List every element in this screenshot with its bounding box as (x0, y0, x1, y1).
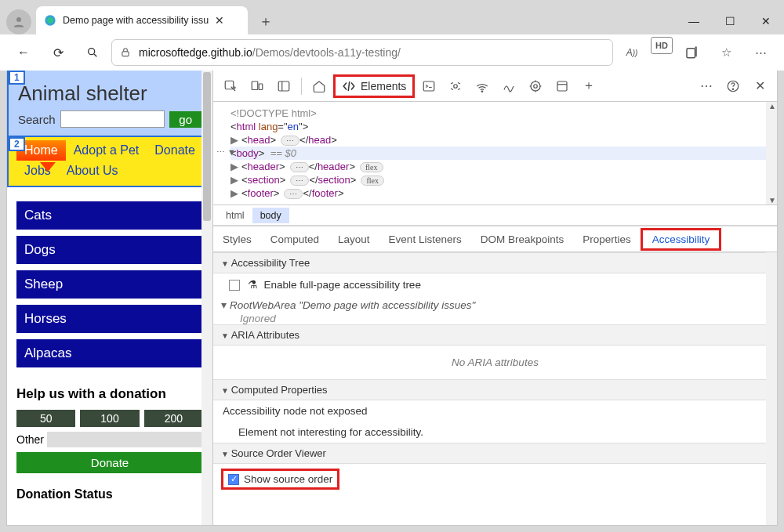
dom-html[interactable]: <html lang="en"> (230, 120, 772, 133)
not-interesting-text: Element not interesting for accessibilit… (213, 422, 777, 443)
profile-avatar[interactable] (6, 9, 31, 34)
help-icon[interactable] (720, 74, 746, 99)
tab-styles[interactable]: Styles (213, 229, 261, 250)
more-icon[interactable]: ⋯ (745, 37, 776, 68)
dom-scrollbar[interactable]: ▲▼ (766, 102, 777, 204)
donate-amount-100[interactable]: 100 (80, 410, 139, 427)
search-input[interactable] (60, 110, 165, 128)
elements-tab[interactable]: Elements (333, 74, 415, 98)
page-title: Animal shelter (18, 81, 201, 106)
dom-footer[interactable]: ▶<footer>⋯</footer> (230, 186, 772, 200)
inspect-icon[interactable] (218, 74, 243, 99)
donate-other-input[interactable] (47, 432, 203, 447)
tab-dom-breakpoints[interactable]: DOM Breakpoints (471, 229, 574, 250)
tab-layout[interactable]: Layout (328, 229, 379, 250)
dom-tree[interactable]: <!DOCTYPE html> <html lang="en"> ▶<head>… (213, 102, 777, 205)
nav-pointer-icon (40, 162, 56, 172)
source-order-badge-1: 1 (9, 71, 25, 85)
tab-accessibility[interactable]: Accessibility (641, 228, 722, 251)
window-maximize[interactable]: ☐ (712, 8, 748, 34)
computed-properties-head[interactable]: Computed Properties (213, 379, 777, 400)
nav-about[interactable]: About Us (59, 161, 126, 181)
svg-point-14 (534, 84, 538, 88)
new-tab-button[interactable]: ＋ (252, 8, 279, 34)
donate-button[interactable]: Donate (16, 452, 203, 473)
titlebar: Demo page with accessibility issu ✕ ＋ ― … (0, 0, 784, 34)
fullpage-tree-row[interactable]: ⚗ Enable full-page accessibility tree (213, 273, 777, 295)
back-button[interactable]: ← (8, 37, 39, 68)
dom-body-selected[interactable]: <body> == $0 (230, 147, 772, 160)
lock-icon (120, 47, 131, 58)
svg-rect-7 (252, 81, 258, 90)
nav-adopt[interactable]: Adopt a Pet (66, 140, 147, 161)
sources-icon[interactable] (443, 74, 468, 99)
show-source-order-group[interactable]: ✓ Show source order (221, 469, 339, 490)
welcome-icon[interactable] (307, 74, 332, 99)
svg-rect-4 (122, 52, 129, 56)
dom-doctype: <!DOCTYPE html> (230, 107, 772, 120)
refresh-button[interactable]: ⟳ (42, 37, 74, 68)
hd-icon[interactable]: HD (651, 37, 673, 54)
read-aloud-icon[interactable]: A)) (616, 37, 648, 68)
donate-heading: Help us with a donation (16, 386, 203, 402)
fullpage-checkbox[interactable] (229, 280, 240, 291)
svg-point-0 (16, 17, 21, 22)
tab-properties[interactable]: Properties (573, 229, 641, 250)
browser-tab[interactable]: Demo page with accessibility issu ✕ (36, 6, 248, 34)
source-order-viewer-head[interactable]: Source Order Viewer (213, 443, 777, 464)
donate-amount-50[interactable]: 50 (16, 410, 75, 427)
devtools-toolbar: Elements ＋ ⋯ ✕ (213, 71, 777, 102)
devtools-pane: Elements ＋ ⋯ ✕ <!DOCTYPE html> <html lan… (212, 71, 777, 525)
svg-rect-5 (687, 49, 695, 58)
collections-icon[interactable] (676, 37, 707, 68)
more-tabs-icon[interactable]: ＋ (576, 74, 601, 99)
console-icon[interactable] (416, 74, 441, 99)
dom-section[interactable]: ▶<section>⋯</section>flex (230, 173, 772, 186)
application-icon[interactable] (550, 74, 575, 99)
search-button[interactable] (77, 37, 108, 68)
panel-icon[interactable] (271, 74, 296, 99)
devtools-close-icon[interactable]: ✕ (747, 74, 772, 99)
code-icon (342, 79, 356, 93)
dom-head[interactable]: ▶<head>⋯</head> (230, 133, 772, 147)
go-button[interactable]: go (169, 111, 201, 128)
window-close[interactable]: ✕ (748, 8, 784, 34)
tab-close-icon[interactable]: ✕ (215, 14, 224, 27)
donate-amount-200[interactable]: 200 (144, 410, 203, 427)
favorite-icon[interactable]: ☆ (710, 37, 742, 68)
devtools-more-icon[interactable]: ⋯ (694, 74, 719, 99)
crumb-body[interactable]: body (252, 208, 289, 223)
page-scrollbar[interactable] (201, 71, 212, 525)
tab-computed[interactable]: Computed (261, 229, 328, 250)
device-icon[interactable] (245, 74, 270, 99)
side-tabs: Styles Computed Layout Event Listeners D… (213, 226, 777, 252)
show-source-order-checkbox[interactable]: ✓ (228, 474, 239, 485)
performance-icon[interactable] (496, 74, 521, 99)
url-text: microsoftedge.github.io/Demos/devtools-a… (139, 46, 401, 59)
svg-rect-10 (424, 81, 435, 91)
a11y-scrollbar[interactable] (766, 252, 777, 525)
network-icon[interactable] (470, 74, 495, 99)
tab-title: Demo page with accessibility issu (63, 15, 209, 26)
not-exposed-text: Accessibility node not exposed (213, 400, 777, 422)
svg-point-11 (454, 84, 458, 88)
experiment-icon: ⚗ (248, 278, 258, 291)
accessibility-tree-head[interactable]: Accessibility Tree (213, 252, 777, 273)
dom-header[interactable]: ▶<header>⋯</header>flex (230, 160, 772, 173)
a11y-tree-ignored: Ignored (213, 313, 777, 324)
category-alpacas[interactable]: Alpacas (16, 339, 203, 367)
category-horses[interactable]: Horses (16, 305, 203, 333)
memory-icon[interactable] (523, 74, 548, 99)
a11y-tree-root[interactable]: ▾RootWebArea "Demo page with accessibili… (213, 295, 777, 313)
category-sheep[interactable]: Sheep (16, 270, 203, 299)
svg-point-2 (47, 17, 53, 24)
tab-event-listeners[interactable]: Event Listeners (379, 229, 471, 250)
svg-rect-15 (557, 81, 567, 91)
aria-attributes-head[interactable]: ARIA Attributes (213, 324, 777, 346)
category-dogs[interactable]: Dogs (16, 236, 203, 264)
category-cats[interactable]: Cats (16, 201, 203, 230)
crumb-html[interactable]: html (218, 208, 252, 223)
address-bar[interactable]: microsoftedge.github.io/Demos/devtools-a… (111, 39, 613, 66)
nav-donate[interactable]: Donate (147, 140, 203, 161)
window-minimize[interactable]: ― (676, 8, 712, 34)
